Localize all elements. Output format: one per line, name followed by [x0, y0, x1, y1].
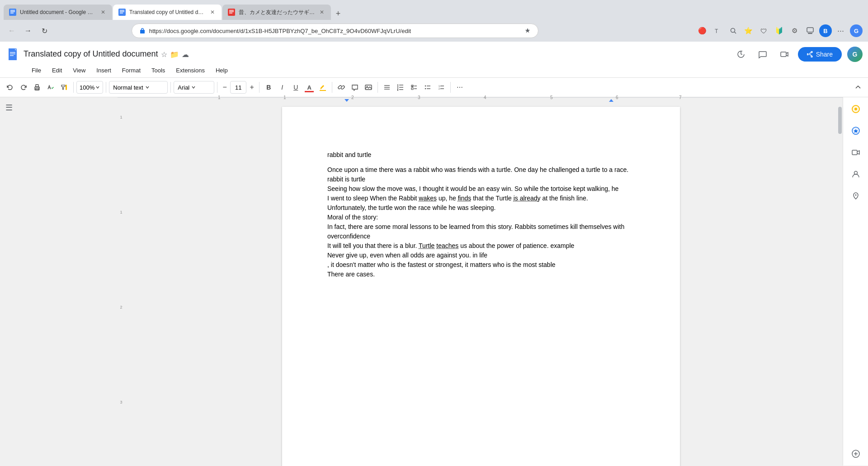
line-spacing-button[interactable] [394, 81, 407, 94]
menu-help[interactable]: Help [211, 64, 232, 76]
bullets-button[interactable] [421, 81, 434, 94]
vertical-scrollbar[interactable] [837, 98, 843, 466]
svg-line-14 [734, 32, 736, 34]
menu-extensions[interactable]: Extensions [171, 64, 209, 76]
settings-icon[interactable]: ⚙ [788, 24, 801, 37]
undo-button[interactable] [4, 81, 16, 94]
user-profile[interactable]: G [847, 47, 863, 62]
cloud-icon[interactable]: ☁ [182, 50, 189, 59]
link-button[interactable] [335, 81, 348, 94]
tab1-title: Untitled document - Google Do... [20, 9, 96, 15]
outline-icon[interactable]: ☰ [5, 103, 112, 113]
tab2-close[interactable]: ✕ [209, 9, 216, 16]
text-color-button[interactable]: A [303, 81, 316, 94]
tab-manager-icon[interactable] [804, 24, 816, 37]
forward-button[interactable]: → [22, 24, 34, 37]
divider-2 [106, 82, 106, 93]
sidebar-maps-icon[interactable] [848, 188, 864, 204]
new-tab-button[interactable]: + [332, 7, 344, 20]
tab1-close[interactable]: ✕ [99, 9, 107, 16]
collapse-toolbar-button[interactable] [852, 81, 864, 94]
share-button[interactable]: Share [798, 47, 842, 62]
sidebar-gemini-icon[interactable] [848, 123, 864, 139]
decrease-font-size[interactable]: − [220, 81, 229, 94]
vpn-icon[interactable]: 🔰 [773, 24, 786, 37]
svg-rect-16 [808, 33, 812, 34]
address-bar[interactable]: https://docs.google.com/document/d/1xS1B… [132, 24, 538, 38]
divider-5 [259, 82, 259, 93]
tab-2[interactable]: Translated copy of Untitled docu... ✕ [113, 5, 222, 20]
tab-1[interactable]: Untitled document - Google Do... ✕ [4, 5, 112, 20]
extensions-icon[interactable]: 🔴 [696, 24, 709, 37]
style-selector[interactable]: Normal text [109, 81, 168, 94]
highlight-button[interactable] [316, 81, 329, 94]
paintformat-button[interactable] [58, 81, 71, 94]
underline-button[interactable]: U [289, 81, 302, 94]
svg-rect-29 [66, 85, 67, 90]
bookmark-icon[interactable]: ⭐ [742, 24, 755, 37]
zoom-selector[interactable]: 100% [76, 81, 103, 94]
increase-font-size[interactable]: + [247, 81, 256, 94]
italic-button[interactable]: I [276, 81, 288, 94]
svg-rect-11 [229, 13, 232, 14]
menu-view[interactable]: View [68, 64, 90, 76]
svg-rect-2 [10, 11, 15, 12]
svg-point-56 [855, 195, 856, 196]
para-4: Unfortunately, the turtle won the race w… [327, 203, 635, 213]
translate-icon[interactable]: T [712, 24, 724, 37]
tab3-close[interactable]: ✕ [318, 9, 326, 16]
sidebar-add-icon[interactable] [848, 446, 864, 462]
left-panel: ☰ [0, 97, 118, 466]
svg-rect-20 [10, 55, 14, 56]
print-button[interactable] [31, 81, 43, 94]
font-size-input[interactable]: 11 [230, 81, 246, 94]
numbering-button[interactable]: 1.2. [435, 81, 448, 94]
page-content: rabbit and turtle Once upon a time there… [327, 150, 635, 279]
spellcheck-button[interactable] [44, 81, 57, 94]
redo-button[interactable] [17, 81, 30, 94]
profile-avatar[interactable]: B [819, 24, 832, 37]
menu-tools[interactable]: Tools [147, 64, 170, 76]
para-7: It will tell you that there is a blur. T… [327, 241, 635, 251]
search-icon[interactable] [727, 24, 740, 37]
sidebar-meet-icon[interactable] [848, 144, 864, 161]
meet-header-button[interactable] [776, 46, 793, 62]
star-title-icon[interactable]: ☆ [161, 50, 167, 59]
menu-edit[interactable]: Edit [47, 64, 66, 76]
align-button[interactable] [381, 81, 393, 94]
sidebar-updates-icon[interactable] [848, 101, 864, 117]
page-scroll-area[interactable]: 1 1 2 3 4 rabbit and turtle Once upon a … [118, 98, 843, 466]
divider-8 [450, 82, 451, 93]
comment-button[interactable] [349, 81, 361, 94]
svg-rect-41 [411, 88, 413, 90]
menu-icon[interactable]: ⋯ [835, 24, 847, 37]
shield-icon[interactable]: 🛡 [758, 24, 770, 37]
address-bar-row: ← → ↻ https://docs.google.com/document/d… [0, 20, 868, 42]
bold-button[interactable]: B [262, 81, 275, 94]
document-title[interactable]: Translated copy of Untitled document [24, 49, 158, 59]
header-right: Share G [733, 46, 863, 62]
menu-insert[interactable]: Insert [92, 64, 116, 76]
refresh-button[interactable]: ↻ [38, 24, 51, 37]
image-button[interactable] [362, 81, 375, 94]
checklist-button[interactable] [408, 81, 420, 94]
more-button[interactable]: ⋯ [453, 81, 466, 94]
back-button[interactable]: ← [5, 24, 18, 37]
divider-6 [332, 82, 332, 93]
tab-3[interactable]: 昔、カメと友達だったウサギがいました... ✕ [222, 5, 331, 20]
tab1-favicon [9, 9, 16, 16]
comments-header-button[interactable] [755, 46, 771, 62]
sidebar-contacts-icon[interactable] [848, 166, 864, 182]
menu-format[interactable]: Format [118, 64, 145, 76]
svg-text:T: T [715, 28, 718, 34]
folder-icon[interactable]: 📁 [170, 50, 179, 59]
font-chevron-icon [191, 85, 196, 90]
scroll-thumb[interactable] [838, 107, 842, 134]
font-selector[interactable]: Arial [174, 81, 214, 94]
para-1: Once upon a time there was a rabbit who … [327, 165, 635, 184]
user-avatar-2[interactable]: G [850, 24, 863, 37]
tab2-favicon [118, 9, 126, 16]
history-button[interactable] [733, 46, 749, 62]
menu-file[interactable]: File [27, 64, 46, 76]
star-icon[interactable] [524, 28, 531, 34]
